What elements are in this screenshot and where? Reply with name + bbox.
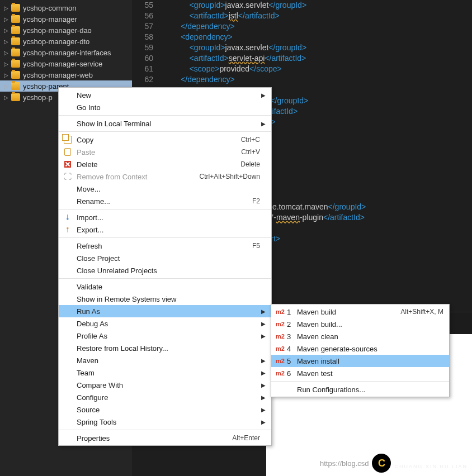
menu-label: Configure bbox=[74, 393, 260, 402]
menu-item-run-as[interactable]: Run As▶ bbox=[59, 305, 271, 317]
menu-item-team[interactable]: Team▶ bbox=[59, 366, 271, 379]
menu-label: Properties bbox=[74, 434, 232, 442]
expand-arrow-icon[interactable]: ▷ bbox=[3, 39, 9, 44]
submenu-item-maven-build-[interactable]: m2 2 Maven build... bbox=[271, 318, 449, 330]
menu-item-copy[interactable]: CopyCtrl+C bbox=[59, 134, 271, 146]
menu-item-debug-as[interactable]: Debug As▶ bbox=[59, 317, 271, 330]
menu-item-close-unrelated-projects[interactable]: Close Unrelated Projects bbox=[59, 264, 271, 277]
code-line[interactable]: <dependency> bbox=[163, 32, 472, 42]
menu-label: Delete bbox=[74, 160, 240, 169]
expand-arrow-icon[interactable]: ▷ bbox=[3, 83, 9, 89]
menu-item-restore-from-local-history-[interactable]: Restore from Local History... bbox=[59, 342, 271, 354]
code-line[interactable]: </dependency> bbox=[163, 21, 472, 32]
menu-item-go-into[interactable]: Go Into bbox=[59, 101, 271, 113]
tree-item-ycshop-manager-dao[interactable]: ▷ ycshop-manager-dao bbox=[0, 25, 132, 36]
menu-label: Source bbox=[74, 406, 260, 414]
run-as-submenu[interactable]: m2 1 Maven build Alt+Shift+X, Mm2 2 Mave… bbox=[271, 304, 450, 397]
submenu-item-maven-build[interactable]: m2 1 Maven build Alt+Shift+X, M bbox=[271, 306, 449, 318]
tree-item-label: ycshop-manager bbox=[23, 15, 77, 23]
code-line[interactable]: <groupId>javax.servlet</groupId> bbox=[163, 42, 472, 53]
menu-label: New bbox=[74, 91, 260, 99]
menu-label: Rename... bbox=[74, 197, 252, 206]
folder-icon bbox=[11, 26, 20, 34]
menu-item-configure[interactable]: Configure▶ bbox=[59, 391, 271, 403]
menu-item-new[interactable]: New▶ bbox=[59, 89, 271, 101]
menu-item-maven[interactable]: Maven▶ bbox=[59, 354, 271, 366]
menu-label: Remove from Context bbox=[74, 173, 200, 181]
menu-item-show-in-remote-systems-view[interactable]: Show in Remote Systems view bbox=[59, 293, 271, 305]
menu-item-refresh[interactable]: RefreshF5 bbox=[59, 240, 271, 252]
line-number: 60 bbox=[132, 53, 158, 64]
expand-arrow-icon[interactable]: ▷ bbox=[3, 72, 9, 78]
tree-item-ycshop-manager-dto[interactable]: ▷ ycshop-manager-dto bbox=[0, 36, 132, 47]
menu-item-source[interactable]: Source▶ bbox=[59, 403, 271, 416]
submenu-item-run-configurations[interactable]: Run Configurations... bbox=[271, 383, 449, 396]
tree-item-ycshop-manager[interactable]: ▷ ycshop-manager bbox=[0, 13, 132, 25]
menu-icon bbox=[61, 161, 74, 168]
menu-item-properties[interactable]: PropertiesAlt+Enter bbox=[59, 432, 271, 444]
code-line[interactable]: </dependency> bbox=[163, 74, 472, 85]
expand-arrow-icon[interactable]: ▷ bbox=[3, 27, 9, 33]
menu-item-remove-from-context: ⛶Remove from ContextCtrl+Alt+Shift+Down bbox=[59, 170, 271, 183]
folder-icon bbox=[11, 82, 20, 90]
context-menu[interactable]: New▶Go IntoShow in Local Terminal▶CopyCt… bbox=[58, 87, 272, 446]
expand-arrow-icon[interactable]: ▷ bbox=[3, 61, 9, 66]
menu-item-move-[interactable]: Move... bbox=[59, 183, 271, 195]
menu-item-spring-tools[interactable]: Spring Tools▶ bbox=[59, 416, 271, 428]
submenu-item-maven-install[interactable]: m2 5 Maven install bbox=[271, 355, 449, 367]
menu-icon: ⭱ bbox=[61, 226, 74, 234]
expand-arrow-icon[interactable]: ▷ bbox=[3, 94, 9, 100]
tree-item-ycshop-manager-interfaces[interactable]: ▷ ycshop-manager-interfaces bbox=[0, 47, 132, 58]
tree-item-label: ycshop-manager-service bbox=[23, 60, 102, 68]
menu-shortcut: F2 bbox=[252, 197, 260, 205]
menu-shortcut: Ctrl+V bbox=[241, 148, 260, 156]
code-line[interactable]: <artifactId>servlet-api</artifactId> bbox=[163, 53, 472, 64]
submenu-label: Maven install bbox=[295, 357, 443, 365]
menu-item-validate[interactable]: Validate bbox=[59, 280, 271, 293]
submenu-item-maven-generate-sources[interactable]: m2 4 Maven generate-sources bbox=[271, 342, 449, 355]
submenu-arrow-icon: ▶ bbox=[260, 308, 266, 315]
line-number: 62 bbox=[132, 74, 158, 85]
menu-item-compare-with[interactable]: Compare With▶ bbox=[59, 379, 271, 391]
tree-item-ycshop-common[interactable]: ▷ ycshop-common bbox=[0, 2, 132, 13]
folder-icon bbox=[11, 71, 20, 79]
menu-label: Restore from Local History... bbox=[74, 344, 260, 353]
menu-label: Close Project bbox=[74, 254, 260, 263]
menu-item-import-[interactable]: ⭳Import... bbox=[59, 211, 271, 223]
menu-item-show-in-local-terminal[interactable]: Show in Local Terminal▶ bbox=[59, 117, 271, 130]
menu-icon bbox=[61, 148, 74, 156]
code-line[interactable]: <groupId>javax.servlet</groupId> bbox=[163, 0, 472, 11]
menu-item-close-project[interactable]: Close Project bbox=[59, 252, 271, 264]
submenu-item-maven-test[interactable]: m2 6 Maven test bbox=[271, 367, 449, 379]
maven-icon: m2 bbox=[273, 333, 287, 340]
submenu-index: 4 bbox=[287, 345, 295, 353]
expand-arrow-icon[interactable]: ▷ bbox=[3, 5, 9, 11]
menu-item-export-[interactable]: ⭱Export... bbox=[59, 223, 271, 236]
menu-label: Export... bbox=[74, 226, 260, 234]
tree-item-label: ycshop-common bbox=[23, 4, 76, 12]
expand-arrow-icon[interactable]: ▷ bbox=[3, 50, 9, 55]
submenu-arrow-icon: ▶ bbox=[260, 333, 266, 339]
watermark-url: https://blog.csd bbox=[320, 459, 369, 468]
menu-label: Run As bbox=[74, 307, 260, 316]
menu-item-profile-as[interactable]: Profile As▶ bbox=[59, 330, 271, 342]
code-line[interactable]: <scope>provided</scope> bbox=[163, 64, 472, 74]
menu-separator bbox=[59, 131, 271, 132]
tree-item-label: ycshop-manager-dao bbox=[23, 26, 92, 35]
submenu-item-maven-clean[interactable]: m2 3 Maven clean bbox=[271, 330, 449, 342]
tree-item-ycshop-manager-service[interactable]: ▷ ycshop-manager-service bbox=[0, 58, 132, 69]
menu-shortcut: Ctrl+C bbox=[241, 136, 260, 144]
line-number: 57 bbox=[132, 21, 158, 32]
menu-item-rename-[interactable]: Rename...F2 bbox=[59, 195, 271, 207]
expand-arrow-icon[interactable]: ▷ bbox=[3, 16, 9, 22]
menu-label: Refresh bbox=[74, 242, 252, 250]
code-line[interactable]: <artifactId>jstl</artifactId> bbox=[163, 11, 472, 21]
menu-item-delete[interactable]: DeleteDelete bbox=[59, 158, 271, 170]
tree-item-ycshop-manager-web[interactable]: ▷ ycshop-manager-web bbox=[0, 69, 132, 80]
submenu-index: 2 bbox=[287, 320, 295, 329]
menu-label: Go Into bbox=[74, 103, 260, 112]
watermark-brand-sub: CHUANG XIN HU LIAN bbox=[394, 464, 468, 469]
menu-label: Maven bbox=[74, 356, 260, 365]
tree-item-label: ycshop-manager-web bbox=[23, 71, 93, 79]
maven-icon: m2 bbox=[273, 345, 287, 352]
